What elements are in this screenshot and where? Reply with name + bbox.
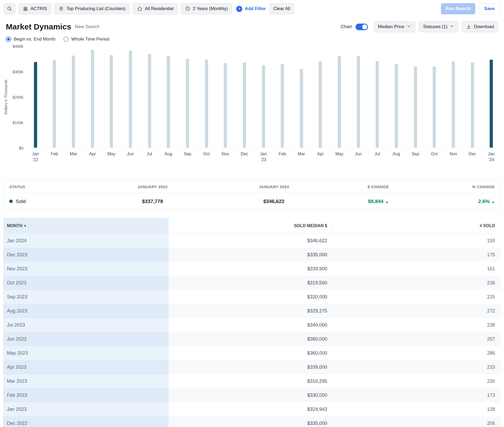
filter-chip-label: Top Producing List (Counties)	[66, 6, 125, 11]
radio-whole-time-period[interactable]: Whole Time Period	[63, 37, 109, 42]
summary-dollar-change-value: $8,844▲	[335, 199, 422, 204]
x-axis-label: Sep	[411, 151, 419, 157]
table-row-mar-2023[interactable]: Mar 2023$310,295230	[3, 374, 501, 388]
filter-chip-time-period[interactable]: 2 Years (Monthly)	[181, 3, 232, 14]
clear-all-button[interactable]: Clear All	[269, 3, 294, 14]
location-pin-icon	[59, 6, 64, 11]
summary-jan-2024-value: $346,622	[213, 199, 335, 204]
x-axis-label: Oct	[203, 151, 210, 157]
filter-chip-location[interactable]: Top Producing List (Counties)	[54, 3, 130, 14]
column-header-num-sold[interactable]: # SOLD	[333, 218, 501, 234]
table-row-jan-2024[interactable]: Jan 2024$346,622150	[3, 234, 501, 248]
filter-chip-property-type[interactable]: All Residential	[133, 3, 178, 14]
x-axis-label: Aug	[165, 151, 172, 157]
column-header-month[interactable]: MONTH ▾	[3, 218, 169, 234]
bar-feb[interactable]	[281, 64, 284, 148]
bar-slot: Oct	[197, 46, 216, 148]
cell-sold-median: $339,000	[169, 360, 333, 374]
table-row-jun-2023[interactable]: Jun 2023$360,000257	[3, 332, 501, 346]
bar-dec[interactable]	[471, 63, 474, 148]
cell-num-sold: 230	[333, 374, 501, 388]
table-row-dec-2023[interactable]: Dec 2023$335,000175	[3, 248, 501, 262]
filter-chip-actris[interactable]: ACTRIS	[19, 3, 51, 14]
up-arrow-icon: ▲	[492, 200, 495, 204]
summary-row-sold: Sold $337,778 $346,622 $8,844▲ 2.6%▲	[3, 193, 501, 210]
chart-toggle[interactable]	[356, 24, 368, 30]
toggle-knob	[362, 24, 367, 29]
bar-slot: Jan'24	[482, 46, 501, 148]
bar-feb[interactable]	[53, 60, 56, 148]
bar-dec[interactable]	[243, 63, 246, 148]
cell-month: May 2023	[3, 346, 169, 360]
clock-icon	[185, 6, 190, 11]
add-filter-button[interactable]: + Add Filter	[236, 6, 266, 12]
cell-month: Sep 2023	[3, 290, 169, 304]
cell-sold-median: $310,295	[169, 374, 333, 388]
bar-oct[interactable]	[433, 67, 436, 148]
dollar-change-text: $8,844	[368, 199, 383, 204]
bar-sep[interactable]	[186, 59, 189, 148]
column-header-sold-median[interactable]: SOLD MEDIAN $	[169, 218, 333, 234]
download-button[interactable]: Download	[462, 21, 498, 32]
cell-sold-median: $335,000	[169, 416, 333, 427]
table-row-nov-2023[interactable]: Nov 2023$339,900161	[3, 262, 501, 276]
bar-slot: Aug	[159, 46, 178, 148]
bar-may[interactable]	[110, 55, 113, 148]
bar-slot: Oct	[425, 46, 444, 148]
bar-jan-24[interactable]	[490, 60, 493, 148]
metric-dropdown[interactable]: Median Price	[374, 21, 415, 32]
table-row-dec-2022[interactable]: Dec 2022$335,000205	[3, 416, 501, 427]
run-search-button[interactable]: Run Search	[441, 3, 475, 14]
bar-slot: Dec	[463, 46, 482, 148]
search-icon	[7, 6, 12, 11]
cell-month: Jan 2024	[3, 234, 169, 248]
bar-aug[interactable]	[395, 64, 398, 148]
new-search-link[interactable]: New Search	[75, 24, 100, 29]
bar-jan-23[interactable]	[262, 65, 265, 148]
bar-sep[interactable]	[414, 67, 417, 148]
summary-header-row: STATUS JANUARY 2022 JANUARY 2024 $ CHANG…	[3, 181, 501, 193]
bar-aug[interactable]	[167, 56, 170, 148]
cell-sold-median: $340,000	[169, 318, 333, 332]
table-row-feb-2023[interactable]: Feb 2023$330,000173	[3, 388, 501, 402]
bar-jun[interactable]	[357, 56, 360, 148]
cell-num-sold: 286	[333, 346, 501, 360]
status-dot	[9, 200, 13, 203]
bar-nov[interactable]	[224, 63, 227, 148]
x-axis-label: May	[335, 151, 343, 157]
x-axis-label: Jun	[355, 151, 362, 157]
bar-jul[interactable]	[148, 54, 151, 148]
bar-apr[interactable]	[91, 50, 94, 148]
bar-jun[interactable]	[129, 51, 132, 148]
filter-toolbar: ACTRIS Top Producing List (Counties) All…	[0, 0, 504, 17]
table-header-row: MONTH ▾ SOLD MEDIAN $ # SOLD	[3, 218, 501, 234]
bar-nov[interactable]	[452, 61, 455, 148]
search-button[interactable]	[4, 3, 15, 14]
save-button[interactable]: Save	[479, 3, 500, 14]
x-axis-label: Aug	[393, 151, 400, 157]
table-row-may-2023[interactable]: May 2023$360,000286	[3, 346, 501, 360]
table-row-aug-2023[interactable]: Aug 2023$329,275272	[3, 304, 501, 318]
statuses-dropdown[interactable]: Statuses (1)	[419, 21, 458, 32]
x-axis-label: Feb	[51, 151, 58, 157]
bar-jan-22[interactable]	[34, 62, 37, 148]
bar-slot: Feb	[273, 46, 292, 148]
bar-jul[interactable]	[376, 61, 379, 148]
cell-sold-median: $320,000	[169, 290, 333, 304]
table-row-jul-2023[interactable]: Jul 2023$340,000238	[3, 318, 501, 332]
bar-slot: Jan'23	[254, 46, 273, 148]
radio-begin-vs-end-month[interactable]: Begin vs. End Month	[6, 37, 55, 42]
page-body: Market Dynamics New Search Chart Median …	[0, 21, 504, 427]
bar-slot: May	[102, 46, 121, 148]
table-row-apr-2023[interactable]: Apr 2023$339,000233	[3, 360, 501, 374]
median-price-bar-chart: Dollars in Thousands $400k$300k$200k$100…	[3, 46, 501, 165]
bar-may[interactable]	[338, 56, 341, 148]
x-axis-label: Dec	[241, 151, 248, 157]
bar-mar[interactable]	[72, 56, 75, 148]
table-row-jan-2023[interactable]: Jan 2023$324,943128	[3, 402, 501, 416]
bar-apr[interactable]	[319, 61, 322, 148]
bar-oct[interactable]	[205, 60, 208, 148]
table-row-oct-2023[interactable]: Oct 2023$319,500238	[3, 276, 501, 290]
table-row-sep-2023[interactable]: Sep 2023$320,000225	[3, 290, 501, 304]
bar-mar[interactable]	[300, 69, 303, 148]
